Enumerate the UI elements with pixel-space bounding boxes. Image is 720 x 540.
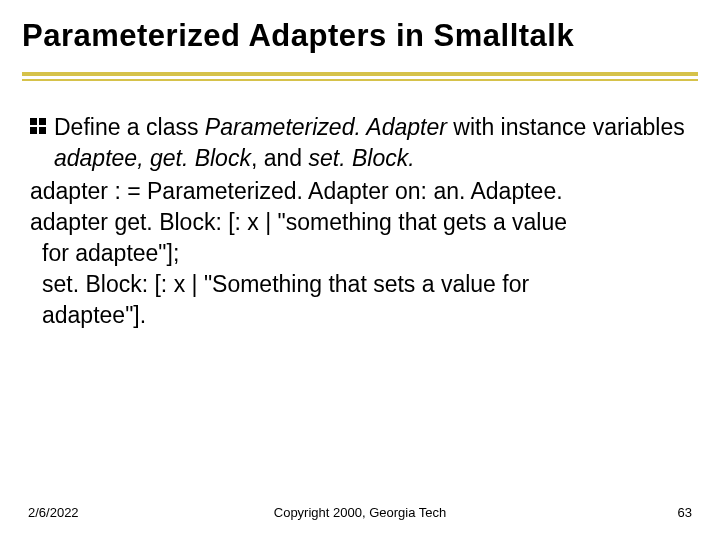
- svg-rect-3: [39, 127, 46, 134]
- t-mid2: , and: [251, 145, 309, 171]
- footer-page: 63: [678, 505, 692, 520]
- footer-date: 2/6/2022: [28, 505, 79, 520]
- slide: Parameterized Adapters in Smalltalk Defi…: [0, 0, 720, 540]
- footer-copyright: Copyright 2000, Georgia Tech: [274, 505, 446, 520]
- code-line-3b: adaptee"].: [30, 300, 698, 331]
- slide-title: Parameterized Adapters in Smalltalk: [22, 18, 698, 54]
- t-mid1: with instance variables: [447, 114, 685, 140]
- slide-body: Define a class Parameterized. Adapter wi…: [22, 112, 698, 331]
- bullet-icon: [30, 118, 48, 136]
- code-line-1: adapter : = Parameterized. Adapter on: a…: [30, 176, 698, 207]
- svg-rect-2: [30, 127, 37, 134]
- code-line-2b: for adaptee"];: [30, 238, 698, 269]
- t-pre: Define a class: [54, 114, 205, 140]
- title-underline: [22, 72, 698, 84]
- svg-rect-0: [30, 118, 37, 125]
- t-em3: set. Block.: [308, 145, 414, 171]
- t-em1: Parameterized. Adapter: [205, 114, 447, 140]
- bullet-text: Define a class Parameterized. Adapter wi…: [54, 112, 698, 174]
- t-em2: adaptee, get. Block: [54, 145, 251, 171]
- bullet-item: Define a class Parameterized. Adapter wi…: [30, 112, 698, 174]
- slide-footer: 2/6/2022 Copyright 2000, Georgia Tech 63: [0, 505, 720, 520]
- code-line-2a: adapter get. Block: [: x | "something th…: [30, 207, 698, 238]
- svg-rect-1: [39, 118, 46, 125]
- code-line-3a: set. Block: [: x | "Something that sets …: [30, 269, 698, 300]
